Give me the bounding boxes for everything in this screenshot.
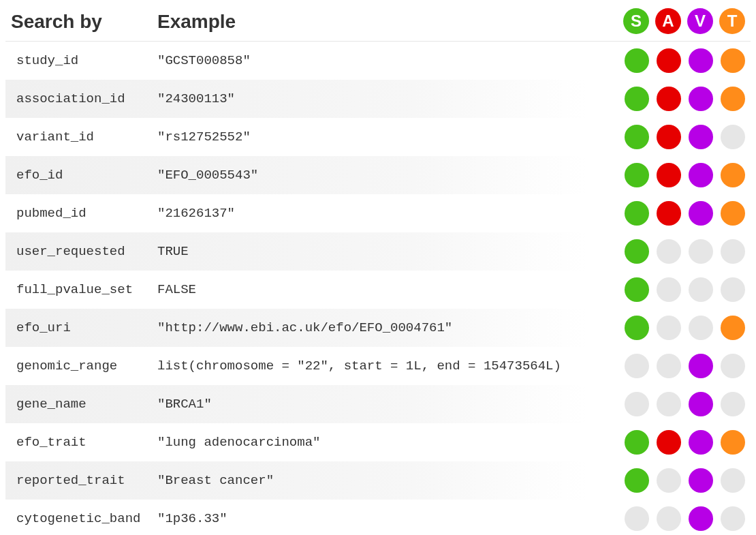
dot-t-icon xyxy=(721,87,745,111)
header-badge-s: S xyxy=(623,8,649,34)
dot-a-icon xyxy=(657,125,681,149)
search-by-value: full_pvalue_set xyxy=(5,271,152,309)
search-by-value: user_requested xyxy=(5,232,152,271)
table-row: cytogenetic_band"1p36.33" xyxy=(5,500,751,535)
dot-s-icon xyxy=(625,87,649,111)
dot-a-icon xyxy=(657,506,681,531)
availability-dots xyxy=(601,118,751,156)
dot-a-icon xyxy=(657,48,681,73)
availability-dots xyxy=(601,271,751,309)
dot-t-icon xyxy=(721,239,745,264)
dot-v-icon xyxy=(689,201,713,226)
dot-t-icon xyxy=(721,468,745,493)
dot-s-icon xyxy=(625,316,649,340)
example-value: "24300113" xyxy=(152,80,601,118)
search-by-value: cytogenetic_band xyxy=(5,500,152,535)
dot-a-icon xyxy=(657,468,681,493)
dot-v-icon xyxy=(689,316,713,340)
search-by-value: genomic_range xyxy=(5,347,152,385)
example-value: "rs12752552" xyxy=(152,118,601,156)
dot-t-icon xyxy=(721,354,745,378)
search-by-value: efo_trait xyxy=(5,423,152,461)
header-badge-t: T xyxy=(719,8,745,34)
example-value: "21626137" xyxy=(152,194,601,232)
dot-s-icon xyxy=(625,239,649,264)
search-by-value: association_id xyxy=(5,80,152,118)
dot-a-icon xyxy=(657,392,681,416)
header-badges: SAVT xyxy=(601,5,751,42)
dot-t-icon xyxy=(721,316,745,340)
example-value: TRUE xyxy=(152,232,601,271)
availability-dots xyxy=(601,156,751,194)
header-example: Example xyxy=(152,5,601,42)
header-badge-a: A xyxy=(655,8,681,34)
dot-t-icon xyxy=(721,201,745,226)
table-row: efo_id"EFO_0005543" xyxy=(5,156,751,194)
example-value: "EFO_0005543" xyxy=(152,156,601,194)
table-row: study_id"GCST000858" xyxy=(5,42,751,80)
dot-s-icon xyxy=(625,277,649,302)
table-header-row: Search by Example SAVT xyxy=(5,5,751,42)
example-value: "1p36.33" xyxy=(152,500,601,535)
dot-t-icon xyxy=(721,277,745,302)
table-row: pubmed_id"21626137" xyxy=(5,194,751,232)
availability-dots xyxy=(601,42,751,80)
dot-v-icon xyxy=(689,239,713,264)
search-by-value: variant_id xyxy=(5,118,152,156)
search-criteria-table: Search by Example SAVT study_id"GCST0008… xyxy=(5,5,751,535)
dot-v-icon xyxy=(689,87,713,111)
dot-s-icon xyxy=(625,392,649,416)
dot-v-icon xyxy=(689,468,713,493)
dot-t-icon xyxy=(721,506,745,531)
example-value: list(chromosome = "22", start = 1L, end … xyxy=(152,347,601,385)
header-search-by: Search by xyxy=(5,5,152,42)
search-by-value: efo_id xyxy=(5,156,152,194)
table-row: efo_trait"lung adenocarcinoma" xyxy=(5,423,751,461)
dot-v-icon xyxy=(689,506,713,531)
dot-a-icon xyxy=(657,354,681,378)
table-row: full_pvalue_setFALSE xyxy=(5,271,751,309)
table-row: gene_name"BRCA1" xyxy=(5,385,751,423)
dot-s-icon xyxy=(625,506,649,531)
dot-t-icon xyxy=(721,163,745,187)
dot-a-icon xyxy=(657,163,681,187)
search-by-value: gene_name xyxy=(5,385,152,423)
dot-t-icon xyxy=(721,392,745,416)
dot-t-icon xyxy=(721,125,745,149)
availability-dots xyxy=(601,423,751,461)
availability-dots xyxy=(601,194,751,232)
example-value: "http://www.ebi.ac.uk/efo/EFO_0004761" xyxy=(152,309,601,347)
dot-s-icon xyxy=(625,48,649,73)
table-body: study_id"GCST000858"association_id"24300… xyxy=(5,42,751,536)
dot-t-icon xyxy=(721,48,745,73)
dot-a-icon xyxy=(657,430,681,455)
dot-s-icon xyxy=(625,468,649,493)
availability-dots xyxy=(601,232,751,271)
example-value: "GCST000858" xyxy=(152,42,601,80)
header-badge-v: V xyxy=(687,8,713,34)
table-row: efo_uri"http://www.ebi.ac.uk/efo/EFO_000… xyxy=(5,309,751,347)
dot-s-icon xyxy=(625,430,649,455)
dot-s-icon xyxy=(625,354,649,378)
availability-dots xyxy=(601,500,751,535)
dot-v-icon xyxy=(689,354,713,378)
example-value: "Breast cancer" xyxy=(152,461,601,500)
search-by-value: pubmed_id xyxy=(5,194,152,232)
table-row: reported_trait"Breast cancer" xyxy=(5,461,751,500)
dot-a-icon xyxy=(657,201,681,226)
dot-s-icon xyxy=(625,201,649,226)
table-row: genomic_rangelist(chromosome = "22", sta… xyxy=(5,347,751,385)
dot-a-icon xyxy=(657,316,681,340)
dot-t-icon xyxy=(721,430,745,455)
availability-dots xyxy=(601,80,751,118)
dot-v-icon xyxy=(689,392,713,416)
search-by-value: reported_trait xyxy=(5,461,152,500)
dot-v-icon xyxy=(689,163,713,187)
dot-s-icon xyxy=(625,163,649,187)
availability-dots xyxy=(601,461,751,500)
dot-v-icon xyxy=(689,430,713,455)
dot-a-icon xyxy=(657,87,681,111)
table-row: association_id"24300113" xyxy=(5,80,751,118)
availability-dots xyxy=(601,385,751,423)
dot-v-icon xyxy=(689,277,713,302)
